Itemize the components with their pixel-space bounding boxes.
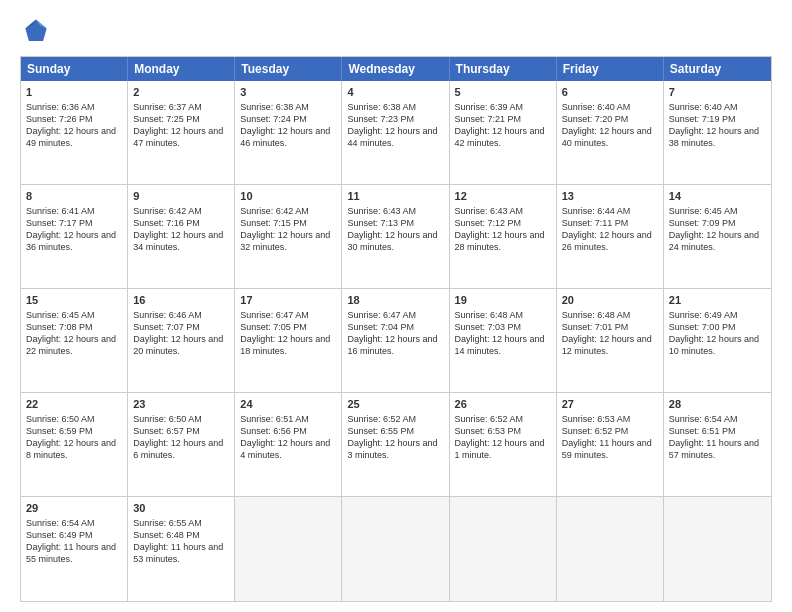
day-cell-17: 17Sunrise: 6:47 AMSunset: 7:05 PMDayligh… — [235, 289, 342, 392]
day-cell-20: 20Sunrise: 6:48 AMSunset: 7:01 PMDayligh… — [557, 289, 664, 392]
day-number: 4 — [347, 85, 443, 100]
cell-info-line: Sunset: 6:55 PM — [347, 425, 443, 437]
cell-info-line: Sunset: 7:20 PM — [562, 113, 658, 125]
cell-info-line: Sunset: 6:49 PM — [26, 529, 122, 541]
cell-info-line: Sunset: 7:09 PM — [669, 217, 766, 229]
cell-info-line: Sunset: 7:05 PM — [240, 321, 336, 333]
cell-info-line: Sunrise: 6:54 AM — [669, 413, 766, 425]
day-number: 6 — [562, 85, 658, 100]
day-cell-16: 16Sunrise: 6:46 AMSunset: 7:07 PMDayligh… — [128, 289, 235, 392]
day-cell-15: 15Sunrise: 6:45 AMSunset: 7:08 PMDayligh… — [21, 289, 128, 392]
day-cell-2: 2Sunrise: 6:37 AMSunset: 7:25 PMDaylight… — [128, 81, 235, 184]
cell-info-line: Daylight: 12 hours and 14 minutes. — [455, 333, 551, 357]
cell-info-line: Sunset: 7:00 PM — [669, 321, 766, 333]
day-number: 28 — [669, 397, 766, 412]
cell-info-line: Sunset: 7:19 PM — [669, 113, 766, 125]
cell-info-line: Sunset: 6:56 PM — [240, 425, 336, 437]
cell-info-line: Daylight: 12 hours and 18 minutes. — [240, 333, 336, 357]
day-cell-10: 10Sunrise: 6:42 AMSunset: 7:15 PMDayligh… — [235, 185, 342, 288]
day-cell-27: 27Sunrise: 6:53 AMSunset: 6:52 PMDayligh… — [557, 393, 664, 496]
day-cell-8: 8Sunrise: 6:41 AMSunset: 7:17 PMDaylight… — [21, 185, 128, 288]
day-number: 24 — [240, 397, 336, 412]
cell-info-line: Daylight: 12 hours and 28 minutes. — [455, 229, 551, 253]
day-cell-30: 30Sunrise: 6:55 AMSunset: 6:48 PMDayligh… — [128, 497, 235, 601]
cell-info-line: Daylight: 12 hours and 4 minutes. — [240, 437, 336, 461]
cell-info-line: Sunset: 7:04 PM — [347, 321, 443, 333]
cell-info-line: Daylight: 12 hours and 20 minutes. — [133, 333, 229, 357]
day-number: 12 — [455, 189, 551, 204]
day-number: 29 — [26, 501, 122, 516]
cell-info-line: Sunrise: 6:43 AM — [455, 205, 551, 217]
day-cell-5: 5Sunrise: 6:39 AMSunset: 7:21 PMDaylight… — [450, 81, 557, 184]
cell-info-line: Sunset: 7:13 PM — [347, 217, 443, 229]
cell-info-line: Sunrise: 6:49 AM — [669, 309, 766, 321]
cell-info-line: Sunrise: 6:50 AM — [133, 413, 229, 425]
cell-info-line: Sunrise: 6:47 AM — [240, 309, 336, 321]
cell-info-line: Sunrise: 6:48 AM — [562, 309, 658, 321]
empty-cell — [664, 497, 771, 601]
empty-cell — [235, 497, 342, 601]
weekday-header-sunday: Sunday — [21, 57, 128, 81]
day-cell-19: 19Sunrise: 6:48 AMSunset: 7:03 PMDayligh… — [450, 289, 557, 392]
cell-info-line: Daylight: 12 hours and 3 minutes. — [347, 437, 443, 461]
cell-info-line: Sunset: 7:23 PM — [347, 113, 443, 125]
cell-info-line: Sunset: 7:08 PM — [26, 321, 122, 333]
day-cell-29: 29Sunrise: 6:54 AMSunset: 6:49 PMDayligh… — [21, 497, 128, 601]
cell-info-line: Sunrise: 6:38 AM — [240, 101, 336, 113]
weekday-header-friday: Friday — [557, 57, 664, 81]
cell-info-line: Daylight: 12 hours and 34 minutes. — [133, 229, 229, 253]
cell-info-line: Sunrise: 6:38 AM — [347, 101, 443, 113]
cell-info-line: Sunset: 7:15 PM — [240, 217, 336, 229]
cell-info-line: Sunrise: 6:46 AM — [133, 309, 229, 321]
weekday-header-wednesday: Wednesday — [342, 57, 449, 81]
cell-info-line: Sunset: 7:16 PM — [133, 217, 229, 229]
cell-info-line: Daylight: 12 hours and 16 minutes. — [347, 333, 443, 357]
day-number: 3 — [240, 85, 336, 100]
cell-info-line: Sunset: 7:21 PM — [455, 113, 551, 125]
day-cell-4: 4Sunrise: 6:38 AMSunset: 7:23 PMDaylight… — [342, 81, 449, 184]
day-number: 27 — [562, 397, 658, 412]
day-cell-21: 21Sunrise: 6:49 AMSunset: 7:00 PMDayligh… — [664, 289, 771, 392]
cell-info-line: Daylight: 12 hours and 12 minutes. — [562, 333, 658, 357]
cell-info-line: Daylight: 12 hours and 40 minutes. — [562, 125, 658, 149]
day-cell-13: 13Sunrise: 6:44 AMSunset: 7:11 PMDayligh… — [557, 185, 664, 288]
cell-info-line: Sunset: 7:24 PM — [240, 113, 336, 125]
cell-info-line: Sunrise: 6:54 AM — [26, 517, 122, 529]
cell-info-line: Sunrise: 6:42 AM — [133, 205, 229, 217]
cell-info-line: Sunrise: 6:37 AM — [133, 101, 229, 113]
day-number: 7 — [669, 85, 766, 100]
svg-marker-0 — [25, 20, 46, 41]
weekday-header-thursday: Thursday — [450, 57, 557, 81]
page: SundayMondayTuesdayWednesdayThursdayFrid… — [0, 0, 792, 612]
cell-info-line: Sunrise: 6:47 AM — [347, 309, 443, 321]
day-number: 5 — [455, 85, 551, 100]
empty-cell — [342, 497, 449, 601]
day-cell-22: 22Sunrise: 6:50 AMSunset: 6:59 PMDayligh… — [21, 393, 128, 496]
cell-info-line: Daylight: 12 hours and 8 minutes. — [26, 437, 122, 461]
day-cell-7: 7Sunrise: 6:40 AMSunset: 7:19 PMDaylight… — [664, 81, 771, 184]
day-number: 19 — [455, 293, 551, 308]
day-number: 26 — [455, 397, 551, 412]
cell-info-line: Sunrise: 6:44 AM — [562, 205, 658, 217]
cell-info-line: Daylight: 12 hours and 10 minutes. — [669, 333, 766, 357]
day-number: 25 — [347, 397, 443, 412]
day-cell-6: 6Sunrise: 6:40 AMSunset: 7:20 PMDaylight… — [557, 81, 664, 184]
cell-info-line: Daylight: 12 hours and 32 minutes. — [240, 229, 336, 253]
logo — [20, 16, 56, 48]
cell-info-line: Daylight: 12 hours and 22 minutes. — [26, 333, 122, 357]
day-cell-25: 25Sunrise: 6:52 AMSunset: 6:55 PMDayligh… — [342, 393, 449, 496]
cell-info-line: Sunset: 7:01 PM — [562, 321, 658, 333]
cell-info-line: Sunrise: 6:36 AM — [26, 101, 122, 113]
day-number: 21 — [669, 293, 766, 308]
cell-info-line: Daylight: 11 hours and 59 minutes. — [562, 437, 658, 461]
cell-info-line: Sunset: 7:17 PM — [26, 217, 122, 229]
calendar-row-0: 1Sunrise: 6:36 AMSunset: 7:26 PMDaylight… — [21, 81, 771, 185]
weekday-header-monday: Monday — [128, 57, 235, 81]
cell-info-line: Sunset: 6:59 PM — [26, 425, 122, 437]
cell-info-line: Daylight: 12 hours and 26 minutes. — [562, 229, 658, 253]
day-number: 14 — [669, 189, 766, 204]
cell-info-line: Sunset: 6:51 PM — [669, 425, 766, 437]
cell-info-line: Sunrise: 6:40 AM — [669, 101, 766, 113]
cell-info-line: Sunset: 7:03 PM — [455, 321, 551, 333]
logo-icon — [20, 16, 52, 48]
